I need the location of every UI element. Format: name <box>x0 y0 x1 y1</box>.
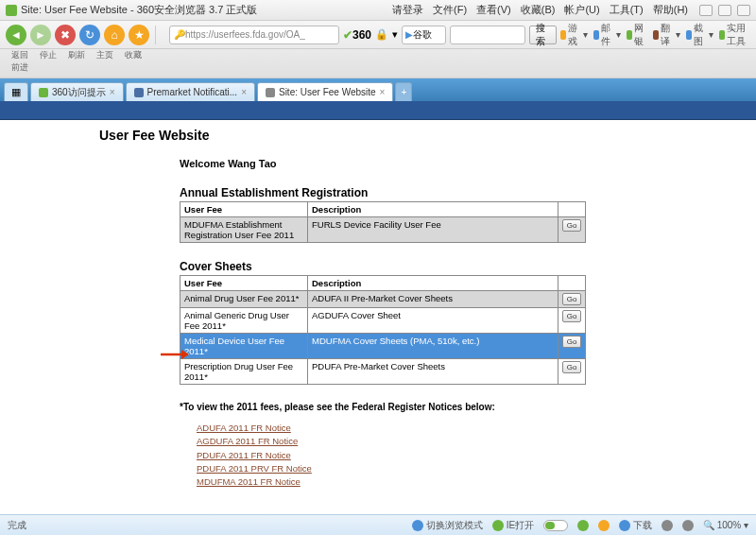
search-input[interactable] <box>450 26 525 44</box>
tab-1[interactable]: Premarket Notificati...× <box>126 82 255 101</box>
page-header-bar <box>0 101 756 120</box>
tab-bar: ▦ 360访问提示× Premarket Notificati...× Site… <box>0 78 756 101</box>
welcome-text: Welcome Wang Tao <box>180 158 586 169</box>
toggle-switch[interactable] <box>543 520 568 531</box>
tab-home-icon[interactable]: ▦ <box>4 82 28 101</box>
favorites-button[interactable]: ★ <box>129 25 149 45</box>
minimize-button[interactable] <box>699 5 713 16</box>
go-button[interactable]: Go <box>562 336 581 348</box>
forward-button[interactable]: ► <box>30 25 51 45</box>
back-button[interactable]: ◄ <box>6 25 26 45</box>
cover-heading: Cover Sheets <box>180 260 586 273</box>
status-text: 完成 <box>8 519 26 532</box>
fr-links: ADUFA 2011 FR NoticeAGDUFA 2011 FR Notic… <box>197 422 586 489</box>
maximize-button[interactable] <box>718 5 731 16</box>
search-button[interactable]: 搜索 <box>529 26 557 44</box>
titlebar: Site: User Fee Website - 360安全浏览器 3.7 正式… <box>0 0 756 21</box>
table-row: MDUFMA Establishment Registration User F… <box>180 217 586 243</box>
home-button[interactable]: ⌂ <box>104 25 125 45</box>
new-tab-button[interactable]: + <box>395 82 412 101</box>
url-text: https://userfees.fda.gov/OA_ <box>185 29 305 40</box>
th-userfee: User Fee <box>180 276 308 291</box>
switch-mode[interactable]: 切换浏览模式 <box>412 519 483 532</box>
padlock-icon: 🔑 <box>174 29 185 40</box>
open-ie[interactable]: IE打开 <box>492 519 534 532</box>
svg-marker-1 <box>181 350 189 359</box>
footnote: *To view the 2011 fees, please see the F… <box>180 402 586 412</box>
fr-notice-link[interactable]: AGDUFA 2011 FR Notice <box>197 435 586 448</box>
page-content: User Fee Website Welcome Wang Tao Annual… <box>0 101 756 514</box>
address-bar-area: 🔑 https://userfees.fda.gov/OA_ ✔360 🔒 ▾ … <box>169 22 750 48</box>
go-button[interactable]: Go <box>562 293 581 305</box>
menu-account[interactable]: 帐户(U) <box>564 3 599 17</box>
th-desc: Description <box>308 202 558 217</box>
menu-file[interactable]: 文件(F) <box>433 3 467 17</box>
popup-icon[interactable] <box>598 520 610 531</box>
menu-favorites[interactable]: 收藏(B) <box>521 3 556 17</box>
window-controls <box>699 5 750 16</box>
menu-view[interactable]: 查看(V) <box>476 3 511 17</box>
nav-toolbar: ◄ ► ✖ ↻ ⌂ ★ 🔑 https://userfees.fda.gov/O… <box>0 21 756 49</box>
th-desc: Description <box>308 276 558 291</box>
shield-icon[interactable] <box>577 520 589 531</box>
stop-button[interactable]: ✖ <box>55 25 76 45</box>
fr-notice-link[interactable]: PDUFA 2011 PRV FR Notice <box>197 462 586 475</box>
fr-notice-link[interactable]: PDUFA 2011 FR Notice <box>197 449 586 462</box>
util-tools[interactable]: 实用工具 <box>719 22 750 48</box>
refresh-button[interactable]: ↻ <box>79 25 100 45</box>
table-row: Medical Device User Fee 2011*MDUFMA Cove… <box>180 334 586 359</box>
table-row: Animal Drug User Fee 2011*ADUFA II Pre-M… <box>180 291 586 308</box>
fr-notice-link[interactable]: ADUFA 2011 FR Notice <box>197 422 586 435</box>
menu-login[interactable]: 请登录 <box>392 3 423 17</box>
tab-2[interactable]: Site: User Fee Website× <box>257 82 393 101</box>
close-icon[interactable]: × <box>241 87 247 97</box>
go-button[interactable]: Go <box>562 361 581 373</box>
annual-heading: Annual Establishment Registration <box>180 186 586 199</box>
address-input[interactable]: 🔑 https://userfees.fda.gov/OA_ <box>169 26 339 44</box>
util-bank[interactable]: 网银 <box>627 22 647 48</box>
table-row: Animal Generic Drug User Fee 2011*AGDUFA… <box>180 308 586 334</box>
util-games[interactable]: 游戏▾ <box>560 22 588 48</box>
browser-window: Site: User Fee Website - 360安全浏览器 3.7 正式… <box>0 0 756 535</box>
annotation-arrow <box>161 348 189 361</box>
sound-icon[interactable] <box>662 520 673 531</box>
tab-0[interactable]: 360访问提示× <box>30 82 124 101</box>
main-menu: 请登录 文件(F) 查看(V) 收藏(B) 帐户(U) 工具(T) 帮助(H) <box>392 3 688 17</box>
annual-table: User Fee Description MDUFMA Establishmen… <box>180 201 586 243</box>
close-icon[interactable]: × <box>110 87 115 97</box>
page-title: User Fee Website <box>99 128 756 143</box>
go-button[interactable]: Go <box>562 219 581 232</box>
dropdown-icon[interactable]: ▾ <box>392 28 398 41</box>
cover-table: User Fee Description Animal Drug User Fe… <box>180 275 586 385</box>
brand-360: ✔360 <box>343 28 371 42</box>
download-indicator[interactable]: 下载 <box>619 519 652 532</box>
go-button[interactable]: Go <box>562 310 581 322</box>
table-row: Prescription Drug User Fee 2011*PDUFA Pr… <box>180 359 586 385</box>
menu-tools[interactable]: 工具(T) <box>610 3 644 17</box>
fr-notice-link[interactable]: MDUFMA 2011 FR Notice <box>197 475 586 489</box>
lock-icon: 🔒 <box>375 28 388 41</box>
util-mail[interactable]: 邮件▾ <box>593 22 621 48</box>
toolbar-labels: 返回前进 停止 刷新 主页 收藏 <box>0 49 756 78</box>
utility-menu: 游戏▾ 邮件▾ 网银 翻译▾ 截图▾ 实用工具 <box>560 22 750 48</box>
util-screenshot[interactable]: 截图▾ <box>686 22 713 48</box>
th-userfee: User Fee <box>180 202 308 217</box>
close-button[interactable] <box>737 5 750 16</box>
close-icon[interactable]: × <box>380 87 386 97</box>
engine-select[interactable]: ▶谷歌 <box>402 26 446 44</box>
app-icon <box>6 5 17 16</box>
status-bar: 完成 切换浏览模式 IE打开 下载 🔍 100% ▾ <box>0 514 756 535</box>
window-title: Site: User Fee Website - 360安全浏览器 3.7 正式… <box>21 3 257 17</box>
zoom-indicator[interactable]: 🔍 100% ▾ <box>703 520 748 530</box>
cleanup-icon[interactable] <box>682 520 694 531</box>
menu-help[interactable]: 帮助(H) <box>653 3 688 17</box>
util-translate[interactable]: 翻译▾ <box>653 22 680 48</box>
